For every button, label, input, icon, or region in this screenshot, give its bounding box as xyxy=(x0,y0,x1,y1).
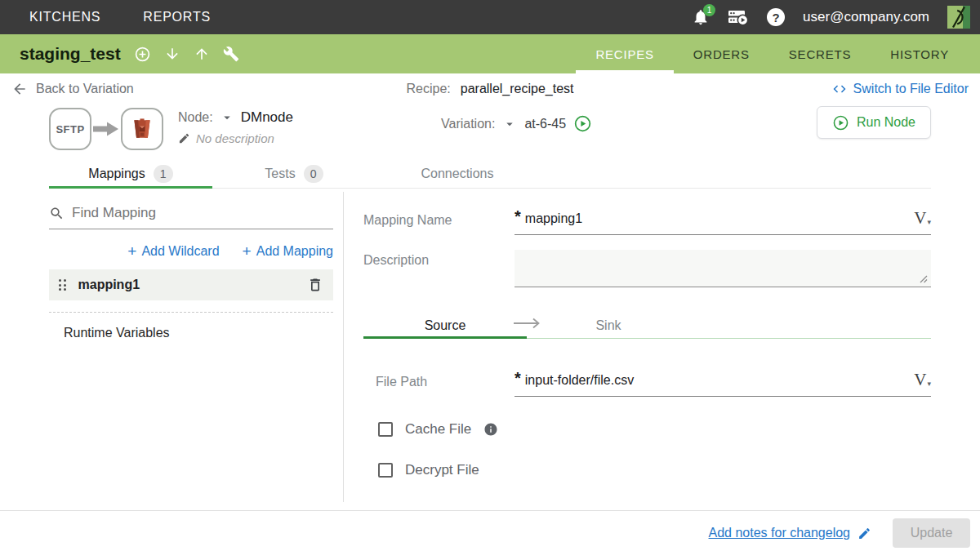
help-icon[interactable]: ? xyxy=(767,8,785,26)
add-mapping-button[interactable]: + Add Mapping xyxy=(243,243,333,259)
nav-reports[interactable]: REPORTS xyxy=(143,10,211,24)
add-circle-icon[interactable] xyxy=(134,46,151,63)
tab-source[interactable]: Source xyxy=(363,312,527,339)
mapping-item-name: mapping1 xyxy=(78,278,308,292)
tab-mappings[interactable]: Mappings 1 xyxy=(49,159,212,188)
switch-to-file-editor-link[interactable]: Switch to File Editor xyxy=(831,82,969,96)
runtime-variables-link[interactable]: Runtime Variables xyxy=(49,326,333,340)
tab-secrets[interactable]: SECRETS xyxy=(769,34,871,73)
mappings-count-badge: 1 xyxy=(154,165,173,183)
mapping-name-row: Mapping Name * V ▾ xyxy=(363,210,931,235)
file-path-input[interactable] xyxy=(525,371,908,388)
notifications-count-badge: 1 xyxy=(703,4,715,16)
mapping-name-input-wrap: * V ▾ xyxy=(514,210,931,235)
mapping-form-panel: Mapping Name * V ▾ Description xyxy=(363,189,931,478)
variation-label: Variation: xyxy=(441,117,495,131)
recipe-name: parallel_recipe_test xyxy=(461,82,574,96)
resize-handle-icon[interactable] xyxy=(920,275,928,283)
nav-kitchens[interactable]: KITCHENS xyxy=(29,10,100,24)
insert-variable-icon[interactable]: V ▾ xyxy=(914,210,931,227)
recipe-toolbar: Back to Variation Recipe: parallel_recip… xyxy=(0,73,980,104)
mapping-name-label: Mapping Name xyxy=(363,210,514,235)
add-mapping-label: Add Mapping xyxy=(256,244,333,259)
sftp-node-label: SFTP xyxy=(56,123,84,136)
tab-source-label: Source xyxy=(425,318,466,333)
footer-bar: Add notes for changelog Update xyxy=(0,510,980,560)
node-label: Node: xyxy=(178,110,213,125)
tab-history[interactable]: HISTORY xyxy=(871,34,969,73)
drag-handle-icon[interactable] xyxy=(59,279,66,291)
wrench-icon[interactable] xyxy=(223,46,239,62)
arrow-up-icon[interactable] xyxy=(194,46,210,62)
trash-icon[interactable] xyxy=(307,277,323,293)
panel-divider xyxy=(343,192,344,502)
back-label: Back to Variation xyxy=(36,82,134,96)
insert-variable-icon[interactable]: V ▾ xyxy=(914,371,931,389)
add-wildcard-button[interactable]: + Add Wildcard xyxy=(127,243,219,259)
tab-sink[interactable]: Sink xyxy=(527,312,690,339)
plus-icon: + xyxy=(243,243,252,259)
file-path-label: File Path xyxy=(363,371,514,397)
node-header: SFTP Node: DMn xyxy=(49,104,931,159)
arrow-left-icon xyxy=(11,81,28,97)
code-icon xyxy=(831,82,849,96)
recipe-breadcrumb: Recipe: parallel_recipe_test xyxy=(407,82,574,96)
info-icon[interactable] xyxy=(483,422,498,437)
plus-icon: + xyxy=(127,243,136,259)
play-circle-icon xyxy=(832,114,849,131)
add-changelog-notes-link[interactable]: Add notes for changelog xyxy=(709,526,871,540)
cache-file-option[interactable]: Cache File xyxy=(378,421,931,438)
description-row: Description xyxy=(363,250,931,287)
tab-connections-label: Connections xyxy=(421,167,494,181)
list-item-mapping1[interactable]: mapping1 xyxy=(49,269,333,300)
mapping-search xyxy=(49,205,333,229)
pencil-icon xyxy=(178,132,190,144)
run-node-label: Run Node xyxy=(857,115,915,130)
update-button[interactable]: Update xyxy=(893,518,970,548)
edit-description[interactable]: No description xyxy=(178,131,293,145)
description-placeholder: No description xyxy=(196,131,274,145)
pencil-icon xyxy=(858,527,871,540)
tab-orders[interactable]: ORDERS xyxy=(674,34,769,73)
arrow-right-icon xyxy=(512,315,541,331)
tab-connections[interactable]: Connections xyxy=(376,159,539,188)
source-sink-tabs: Source Sink xyxy=(363,312,931,339)
arrow-down-icon[interactable] xyxy=(164,46,180,62)
tab-sink-label: Sink xyxy=(595,318,621,333)
add-actions: + Add Wildcard + Add Mapping xyxy=(49,243,333,259)
sftp-node[interactable]: SFTP xyxy=(49,108,91,150)
tab-tests-label: Tests xyxy=(265,167,295,181)
s3-node[interactable] xyxy=(121,108,163,150)
back-to-variation-link[interactable]: Back to Variation xyxy=(11,81,134,97)
decrypt-file-option[interactable]: Decrypt File xyxy=(378,462,931,478)
notifications-bell-icon[interactable]: 1 xyxy=(692,8,710,26)
chevron-down-icon[interactable] xyxy=(220,110,234,125)
variation-name[interactable]: at-6-45 xyxy=(524,117,566,131)
mapping-name-input[interactable] xyxy=(525,210,908,226)
node-meta: Node: DMnode No description xyxy=(178,108,293,145)
node-name[interactable]: DMnode xyxy=(241,109,293,126)
tab-recipes[interactable]: RECIPES xyxy=(576,34,673,73)
decrypt-file-checkbox[interactable] xyxy=(378,463,393,478)
play-circle-icon[interactable] xyxy=(573,114,592,133)
file-path-row: File Path * V ▾ xyxy=(363,371,931,397)
app-window: KITCHENS REPORTS 1 ? xyxy=(0,0,980,560)
section-tabs: Mappings 1 Tests 0 Connections xyxy=(49,159,931,189)
find-mapping-input[interactable] xyxy=(72,205,333,221)
top-navigation-bar: KITCHENS REPORTS 1 ? xyxy=(0,0,980,34)
chevron-down-icon[interactable] xyxy=(502,117,517,131)
recipe-label: Recipe: xyxy=(407,82,451,96)
required-marker: * xyxy=(514,369,521,388)
user-email[interactable]: user@company.com xyxy=(803,9,929,25)
kitchen-bar: staging_test RECIPES ORDERS SECRETS HIST… xyxy=(0,34,980,73)
cache-file-checkbox[interactable] xyxy=(378,422,393,437)
run-node-button[interactable]: Run Node xyxy=(817,106,931,139)
description-textarea[interactable] xyxy=(514,250,931,287)
tests-count-badge: 0 xyxy=(304,165,323,183)
kitchen-tabs: RECIPES ORDERS SECRETS HISTORY xyxy=(576,34,980,73)
required-marker: * xyxy=(514,207,521,226)
add-wildcard-label: Add Wildcard xyxy=(141,244,219,259)
description-label: Description xyxy=(363,250,514,287)
tab-tests[interactable]: Tests 0 xyxy=(212,159,376,188)
order-runs-icon[interactable] xyxy=(728,8,749,26)
